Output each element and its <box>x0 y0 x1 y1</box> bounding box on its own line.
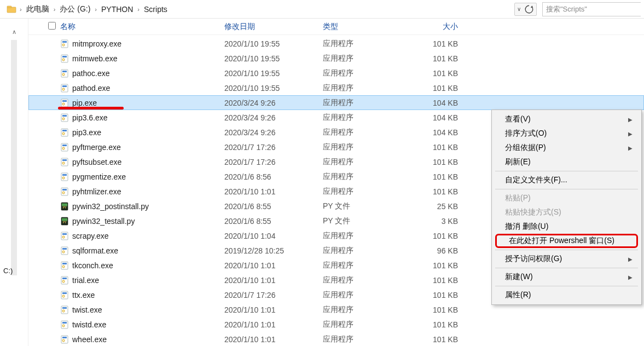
file-size: 101 KB <box>399 320 462 329</box>
file-date: 2020/3/24 9:26 <box>224 128 323 137</box>
breadcrumb[interactable]: 此电脑 › 办公 (G:) › PYTHON › Scripts <box>25 4 512 14</box>
menu-item[interactable]: 刷新(E) <box>493 155 640 169</box>
exe-file-icon <box>60 39 69 48</box>
file-name-cell[interactable]: pathoc.exe <box>60 69 224 78</box>
crumb[interactable]: 此电脑 <box>26 4 49 14</box>
file-row[interactable]: wheel.exe2020/1/10 1:01应用程序101 KB <box>28 332 644 346</box>
column-date[interactable]: 修改日期 <box>224 22 323 32</box>
file-date: 2020/1/6 8:55 <box>224 217 323 226</box>
file-name-cell[interactable]: scrapy.exe <box>60 232 224 240</box>
file-row[interactable]: pip.exe2020/3/24 9:26应用程序104 KB <box>28 95 644 110</box>
crumb[interactable]: 办公 (G:) <box>60 4 90 14</box>
nav-scroll-track[interactable] <box>11 40 17 275</box>
file-type: 应用程序 <box>323 187 399 197</box>
crumb[interactable]: PYTHON <box>101 5 133 14</box>
file-date: 2020/1/10 1:01 <box>224 335 323 344</box>
select-all-checkbox[interactable] <box>48 22 60 31</box>
file-type: 应用程序 <box>323 320 399 330</box>
file-date: 2020/1/10 1:01 <box>224 261 323 270</box>
search-placeholder: 搜索"Scripts" <box>546 4 587 14</box>
menu-item[interactable]: 分组依据(P)▶ <box>493 141 640 155</box>
menu-item[interactable]: 新建(W)▶ <box>493 270 640 284</box>
file-name-cell[interactable]: pyhtmlizer.exe <box>60 187 224 196</box>
chevron-right-icon: ▶ <box>628 131 633 137</box>
file-name-cell[interactable]: tkconch.exe <box>60 261 224 270</box>
menu-item-label: 撤消 删除(U) <box>505 222 548 232</box>
file-type: 应用程序 <box>323 231 399 241</box>
menu-item-label: 排序方式(O) <box>505 129 547 139</box>
menu-item-label: 在此处打开 Powershell 窗口(S) <box>509 236 614 246</box>
file-name: pip3.exe <box>72 128 101 137</box>
file-name-cell[interactable]: mitmproxy.exe <box>60 39 224 48</box>
file-size: 101 KB <box>399 261 462 270</box>
file-date: 2020/1/7 17:26 <box>224 158 323 166</box>
file-date: 2020/3/24 9:26 <box>224 99 323 107</box>
file-name: pywin32_testall.py <box>72 217 135 226</box>
column-name[interactable]: 名称 <box>60 22 224 32</box>
file-size: 101 KB <box>399 39 462 48</box>
menu-item[interactable]: 撤消 删除(U) <box>493 220 640 234</box>
menu-item[interactable]: 属性(R) <box>493 288 640 302</box>
chevron-right-icon: › <box>94 6 98 13</box>
file-name-cell[interactable]: mitmweb.exe <box>60 54 224 63</box>
column-size[interactable]: 大小 <box>399 22 462 32</box>
menu-separator <box>495 189 638 189</box>
file-name: mitmproxy.exe <box>72 39 121 48</box>
file-date: 2020/1/10 1:01 <box>224 276 323 285</box>
file-name: pathoc.exe <box>72 69 110 78</box>
expand-collapse-icon[interactable]: ∧ <box>12 28 16 36</box>
file-name-cell[interactable]: pip3.exe <box>60 128 224 137</box>
menu-item[interactable]: 自定义文件夹(F)... <box>493 173 640 187</box>
file-name: pywin32_postinstall.py <box>72 202 149 211</box>
menu-item[interactable]: 在此处打开 Powershell 窗口(S) <box>495 234 638 248</box>
menu-separator <box>495 268 638 268</box>
file-name-cell[interactable]: pyftmerge.exe <box>60 143 224 152</box>
file-name-cell[interactable]: pywin32_testall.py <box>60 217 224 226</box>
file-row[interactable]: pathoc.exe2020/1/10 19:55应用程序101 KB <box>28 66 644 80</box>
file-name-cell[interactable]: wheel.exe <box>60 335 224 344</box>
chevron-down-icon[interactable]: ∨ <box>517 6 521 12</box>
file-name-cell[interactable]: pyftsubset.exe <box>60 158 224 166</box>
exe-file-icon <box>60 172 69 181</box>
refresh-icon[interactable] <box>524 4 534 14</box>
file-name: ttx.exe <box>72 291 95 299</box>
menu-item[interactable]: 授予访问权限(G)▶ <box>493 252 640 266</box>
address-bar: › 此电脑 › 办公 (G:) › PYTHON › Scripts ∨ 搜索"… <box>0 0 644 19</box>
search-input[interactable]: 搜索"Scripts" <box>542 2 641 16</box>
menu-item-label: 自定义文件夹(F)... <box>505 175 567 185</box>
column-type[interactable]: 类型 <box>323 22 399 32</box>
file-name-cell[interactable]: twistd.exe <box>60 320 224 329</box>
file-name-cell[interactable]: ttx.exe <box>60 291 224 299</box>
file-row[interactable]: twistd.exe2020/1/10 1:01应用程序101 KB <box>28 317 644 332</box>
menu-item[interactable]: 查看(V)▶ <box>493 112 640 126</box>
file-name: wheel.exe <box>72 335 107 344</box>
folder-icon <box>7 4 16 14</box>
file-size: 101 KB <box>399 158 462 166</box>
file-name: tkconch.exe <box>72 261 113 270</box>
menu-item[interactable]: 排序方式(O)▶ <box>493 126 640 141</box>
file-name-cell[interactable]: pip3.6.exe <box>60 113 224 122</box>
file-name: mitmweb.exe <box>72 54 117 63</box>
chevron-right-icon: ▶ <box>628 145 633 151</box>
menu-item-label: 查看(V) <box>505 114 531 124</box>
crumb[interactable]: Scripts <box>144 5 167 14</box>
file-name-cell[interactable]: pywin32_postinstall.py <box>60 202 224 211</box>
file-name-cell[interactable]: pathod.exe <box>60 84 224 93</box>
file-date: 2020/1/10 19:55 <box>224 39 323 48</box>
file-row[interactable]: mitmweb.exe2020/1/10 19:55应用程序101 KB <box>28 51 644 66</box>
file-date: 2020/1/10 19:55 <box>224 84 323 93</box>
file-size: 101 KB <box>399 69 462 78</box>
file-name-cell[interactable]: twist.exe <box>60 305 224 314</box>
file-type: PY 文件 <box>323 216 399 226</box>
exe-file-icon <box>60 187 69 196</box>
file-name-cell[interactable]: sqlformat.exe <box>60 246 224 255</box>
file-type: 应用程序 <box>323 246 399 256</box>
nav-drive-label[interactable]: C:) <box>0 267 28 275</box>
file-name-cell[interactable]: pygmentize.exe <box>60 172 224 181</box>
py-file-icon <box>60 202 69 211</box>
file-name-cell[interactable]: pip.exe <box>60 99 224 107</box>
file-row[interactable]: mitmproxy.exe2020/1/10 19:55应用程序101 KB <box>28 36 644 51</box>
file-row[interactable]: pathod.exe2020/1/10 19:55应用程序101 KB <box>28 80 644 95</box>
file-type: 应用程序 <box>323 142 399 152</box>
file-name-cell[interactable]: trial.exe <box>60 276 224 285</box>
